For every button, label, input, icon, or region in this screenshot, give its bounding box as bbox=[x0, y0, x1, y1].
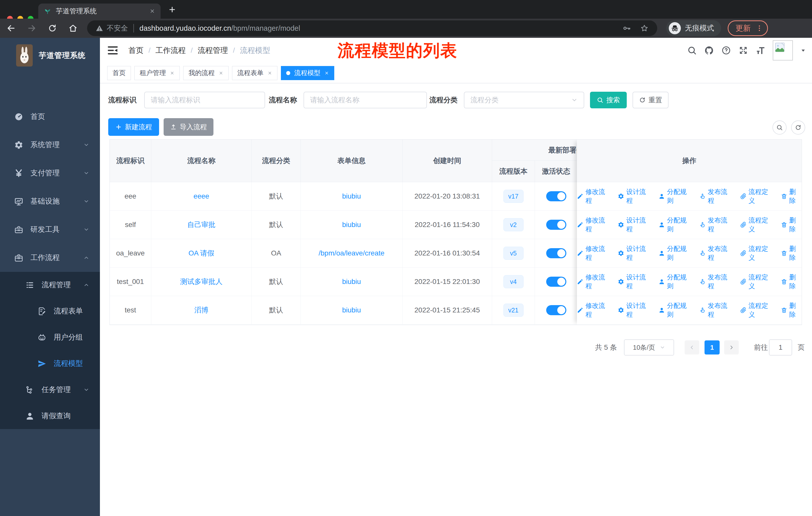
filter-key-input[interactable] bbox=[144, 92, 265, 108]
prev-page-button[interactable] bbox=[685, 341, 699, 354]
sidebar-item-workflow[interactable]: 工作流程 bbox=[0, 244, 100, 272]
action-publish-process[interactable]: 发布流程 bbox=[699, 273, 733, 291]
security-label[interactable]: 不安全 bbox=[107, 23, 128, 33]
action-design-process[interactable]: 设计流程 bbox=[618, 187, 651, 205]
action-process-definition[interactable]: 流程定义 bbox=[740, 216, 774, 234]
action-assign-rule[interactable]: 分配规则 bbox=[659, 216, 692, 234]
active-toggle[interactable] bbox=[546, 277, 566, 287]
form-info-link[interactable]: /bpm/oa/leave/create bbox=[319, 249, 385, 257]
action-design-process[interactable]: 设计流程 bbox=[618, 301, 651, 319]
action-delete[interactable]: 删除 bbox=[781, 273, 802, 291]
process-name-link[interactable]: 滔博 bbox=[194, 305, 208, 315]
breadcrumb-item[interactable]: 流程模型 bbox=[240, 45, 270, 56]
page-size-select[interactable]: 10条/页 bbox=[624, 340, 674, 355]
tag-my-process[interactable]: 我的流程 bbox=[183, 66, 229, 80]
create-process-button[interactable]: 新建流程 bbox=[108, 118, 159, 136]
update-browser-button[interactable]: 更新 bbox=[728, 20, 768, 36]
action-modify-process[interactable]: 修改流程 bbox=[577, 187, 611, 205]
action-delete[interactable]: 删除 bbox=[781, 301, 802, 319]
fullscreen-icon[interactable] bbox=[738, 46, 748, 55]
tag-process-model[interactable]: 流程模型 bbox=[281, 66, 334, 80]
process-name-link[interactable]: 测试多审批人 bbox=[180, 277, 223, 287]
action-assign-rule[interactable]: 分配规则 bbox=[659, 244, 692, 262]
action-assign-rule[interactable]: 分配规则 bbox=[659, 187, 692, 205]
action-process-definition[interactable]: 流程定义 bbox=[740, 187, 774, 205]
breadcrumb-item[interactable]: 工作流程 bbox=[155, 45, 186, 56]
tag-tenant-management[interactable]: 租户管理 bbox=[135, 66, 180, 80]
next-page-button[interactable] bbox=[724, 341, 739, 354]
action-modify-process[interactable]: 修改流程 bbox=[577, 273, 611, 291]
sidebar-item-system[interactable]: 系统管理 bbox=[0, 131, 100, 159]
process-name-link[interactable]: eeee bbox=[194, 192, 209, 200]
action-assign-rule[interactable]: 分配规则 bbox=[659, 301, 692, 319]
sidebar-item-user-group[interactable]: 用户分组 bbox=[0, 324, 100, 350]
sidebar-item-devtools[interactable]: 研发工具 bbox=[0, 215, 100, 244]
close-icon[interactable] bbox=[267, 71, 272, 75]
action-delete[interactable]: 删除 bbox=[781, 244, 802, 262]
sidebar-item-task-management[interactable]: 任务管理 bbox=[0, 377, 100, 403]
sidebar-item-leave-query[interactable]: 请假查询 bbox=[0, 403, 100, 429]
import-process-button[interactable]: 导入流程 bbox=[164, 118, 213, 136]
reset-button[interactable]: 重置 bbox=[633, 92, 669, 108]
close-icon[interactable] bbox=[149, 8, 155, 14]
sidebar-item-payment[interactable]: 支付管理 bbox=[0, 159, 100, 187]
sidebar-item-process-form[interactable]: 流程表单 bbox=[0, 298, 100, 324]
action-design-process[interactable]: 设计流程 bbox=[618, 216, 651, 234]
sidebar-item-process-model[interactable]: 流程模型 bbox=[0, 350, 100, 377]
action-modify-process[interactable]: 修改流程 bbox=[577, 244, 611, 262]
action-delete[interactable]: 删除 bbox=[781, 187, 802, 205]
tag-home[interactable]: 首页 bbox=[107, 66, 131, 80]
form-info-link[interactable]: biubiu bbox=[342, 192, 361, 200]
browser-tab[interactable]: 芋道管理系统 bbox=[38, 3, 161, 19]
search-icon[interactable] bbox=[687, 46, 697, 55]
caret-down-icon[interactable] bbox=[801, 48, 806, 53]
action-assign-rule[interactable]: 分配规则 bbox=[659, 273, 692, 291]
github-icon[interactable] bbox=[704, 46, 714, 55]
form-info-link[interactable]: biubiu bbox=[342, 221, 361, 229]
toggle-search-button[interactable] bbox=[773, 120, 787, 135]
sidebar-item-process-management[interactable]: 流程管理 bbox=[0, 272, 100, 298]
active-toggle[interactable] bbox=[546, 220, 566, 230]
active-toggle[interactable] bbox=[546, 305, 566, 315]
star-icon[interactable] bbox=[640, 24, 649, 32]
home-icon[interactable] bbox=[68, 24, 78, 33]
back-icon[interactable] bbox=[6, 24, 16, 33]
help-icon[interactable] bbox=[721, 46, 731, 55]
close-icon[interactable] bbox=[170, 71, 174, 75]
url-bar[interactable]: 不安全 dashboard.yudao.iocoder.cn /bpm/mana… bbox=[87, 20, 657, 36]
close-icon[interactable] bbox=[324, 71, 329, 75]
action-publish-process[interactable]: 发布流程 bbox=[699, 301, 733, 319]
action-publish-process[interactable]: 发布流程 bbox=[699, 244, 733, 262]
process-name-link[interactable]: OA 请假 bbox=[188, 248, 214, 258]
filter-name-input[interactable] bbox=[303, 92, 427, 108]
breadcrumb-item[interactable]: 首页 bbox=[128, 45, 143, 56]
action-publish-process[interactable]: 发布流程 bbox=[699, 216, 733, 234]
form-info-link[interactable]: biubiu bbox=[342, 306, 361, 314]
new-tab-button[interactable] bbox=[168, 5, 176, 13]
process-name-link[interactable]: 自己审批 bbox=[187, 220, 215, 229]
refresh-table-button[interactable] bbox=[791, 120, 805, 135]
search-button[interactable]: 搜索 bbox=[590, 92, 627, 108]
breadcrumb-item[interactable]: 流程管理 bbox=[198, 45, 228, 56]
action-process-definition[interactable]: 流程定义 bbox=[740, 301, 774, 319]
active-toggle[interactable] bbox=[546, 191, 566, 201]
user-avatar[interactable] bbox=[773, 40, 793, 60]
action-process-definition[interactable]: 流程定义 bbox=[740, 244, 774, 262]
close-icon[interactable] bbox=[219, 71, 223, 75]
reload-icon[interactable] bbox=[48, 24, 57, 33]
fontsize-icon[interactable] bbox=[756, 46, 765, 55]
action-process-definition[interactable]: 流程定义 bbox=[740, 273, 774, 291]
tag-process-form[interactable]: 流程表单 bbox=[232, 66, 278, 80]
action-design-process[interactable]: 设计流程 bbox=[618, 273, 651, 291]
form-info-link[interactable]: biubiu bbox=[342, 278, 361, 286]
active-toggle[interactable] bbox=[546, 248, 566, 258]
action-publish-process[interactable]: 发布流程 bbox=[699, 187, 733, 205]
menu-dots-icon[interactable] bbox=[756, 24, 763, 32]
action-modify-process[interactable]: 修改流程 bbox=[577, 301, 611, 319]
collapse-menu-icon[interactable] bbox=[107, 45, 119, 56]
filter-category-select[interactable]: 流程分类 bbox=[464, 92, 584, 108]
action-delete[interactable]: 删除 bbox=[781, 216, 802, 234]
action-modify-process[interactable]: 修改流程 bbox=[577, 216, 611, 234]
forward-icon[interactable] bbox=[27, 24, 36, 33]
action-design-process[interactable]: 设计流程 bbox=[618, 244, 651, 262]
